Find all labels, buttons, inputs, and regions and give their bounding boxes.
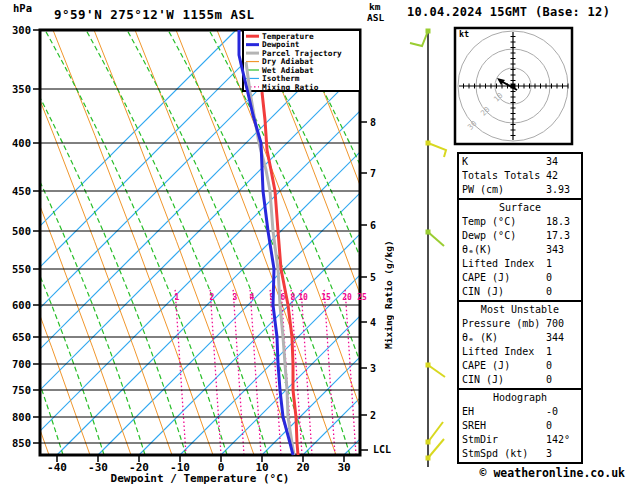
hodograph: 102030 — [455, 28, 572, 144]
indices-row-value: 3 — [546, 447, 578, 461]
wind-barb-node — [426, 230, 431, 235]
indices-row-value: 0 — [546, 359, 578, 373]
mixing-ratio-value-label: 4 — [250, 293, 255, 302]
indices-row: CAPE (J)0 — [462, 359, 578, 373]
indices-row-label: Lifted Index — [462, 257, 546, 271]
indices-row-label: CAPE (J) — [462, 271, 546, 285]
mixing-ratio-value-label: 8 — [291, 293, 296, 302]
indices-section-surface: SurfaceTemp (°C)18.3Dewp (°C)17.3θₑ(K)34… — [457, 198, 583, 302]
altitude-tick-label: 3 — [370, 363, 376, 374]
mixing-ratio-value-label: 25 — [357, 293, 367, 302]
isotherm-line — [0, 30, 277, 455]
wind-barb — [428, 365, 445, 377]
indices-row: Dewp (°C)17.3 — [462, 229, 578, 243]
indices-section-most-unstable: Most UnstablePressure (mb)700θₑ (K)344Li… — [457, 300, 583, 390]
indices-row-label: K — [462, 155, 546, 169]
indices-row-value: 0 — [546, 271, 578, 285]
indices-section-title: Most Unstable — [462, 303, 578, 317]
dry-adiabat-line — [12, 30, 172, 455]
dry-adiabat-line — [217, 30, 377, 455]
hodograph-unit-label: kt — [459, 29, 469, 39]
indices-row-value: 343 — [546, 243, 578, 257]
indices-row: EH-0 — [462, 405, 578, 419]
indices-section-title: Surface — [462, 201, 578, 215]
indices-row: Totals Totals42 — [462, 169, 578, 183]
skewt-sounding-page: 123456810152025TemperatureDewpointParcel… — [0, 0, 629, 486]
copyright-notice: © weatheronline.co.uk — [438, 466, 625, 480]
hodograph-origin-marker — [511, 84, 516, 89]
indices-row: Pressure (mb)700 — [462, 317, 578, 331]
indices-row: Lifted Index1 — [462, 345, 578, 359]
indices-row-label: CIN (J) — [462, 373, 546, 387]
mixing-ratio-axis-label: Mixing Ratio (g/kg) — [383, 227, 394, 349]
pressure-tick-label: 850 — [12, 437, 31, 449]
indices-row-value: 344 — [546, 331, 578, 345]
indices-row-value: 0 — [546, 285, 578, 299]
sounding-indices-table: K34Totals Totals42PW (cm)3.93SurfaceTemp… — [457, 154, 583, 464]
mixing-ratio-value-label: 1 — [175, 293, 180, 302]
indices-section-title: Hodograph — [462, 391, 578, 405]
mixing-ratio-line — [233, 288, 244, 455]
dry-adiabat-line — [176, 30, 336, 455]
indices-row: PW (cm)3.93 — [462, 183, 578, 197]
altitude-tick-label: 4 — [370, 317, 376, 328]
pressure-tick-label: 400 — [12, 137, 31, 149]
pressure-tick-label: 300 — [12, 24, 31, 36]
dry-adiabat-line — [299, 30, 459, 455]
mixing-ratio-value-label: 2 — [210, 293, 215, 302]
indices-row-value: -0 — [546, 405, 578, 419]
pressure-tick-label: 750 — [12, 384, 31, 396]
indices-row: StmSpd (kt)3 — [462, 447, 578, 461]
isotherm-line — [16, 30, 441, 455]
indices-row-label: SREH — [462, 419, 546, 433]
indices-row-label: CAPE (J) — [462, 359, 546, 373]
indices-row-label: PW (cm) — [462, 183, 546, 197]
mixing-ratio-value-label: 10 — [298, 293, 308, 302]
indices-row: SREH0 — [462, 419, 578, 433]
indices-row-label: θₑ(K) — [462, 243, 546, 257]
indices-row: StmDir142° — [462, 433, 578, 447]
indices-row-label: EH — [462, 405, 546, 419]
dry-adiabat-line — [0, 30, 8, 455]
indices-section: K34Totals Totals42PW (cm)3.93 — [457, 152, 583, 200]
dry-adiabat-line — [94, 30, 254, 455]
indices-row-value: 34 — [546, 155, 578, 169]
altitude-tick-label: 5 — [370, 272, 376, 283]
indices-row-value: 17.3 — [546, 229, 578, 243]
indices-row-value: 18.3 — [546, 215, 578, 229]
altitude-tick-label: 2 — [370, 410, 376, 421]
wind-barb-node — [426, 29, 431, 34]
wind-barb-node — [426, 141, 431, 146]
plot-border — [40, 30, 360, 455]
indices-row-label: Temp (°C) — [462, 215, 546, 229]
mixing-ratio-value-label: 3 — [233, 293, 238, 302]
wind-barb-node — [426, 363, 431, 368]
wind-barb — [428, 422, 443, 442]
pressure-axis-unit: hPa — [13, 2, 32, 14]
indices-row-value: 1 — [546, 257, 578, 271]
indices-row: CIN (J)0 — [462, 373, 578, 387]
isotherm-line — [0, 30, 400, 455]
pressure-tick-label: 700 — [12, 358, 31, 370]
indices-row-value: 3.93 — [546, 183, 578, 197]
x-axis-title: Dewpoint / Temperature (°C) — [60, 472, 340, 485]
wind-barb — [428, 143, 446, 157]
pressure-tick-label: 550 — [12, 263, 31, 275]
altitude-tick-label: 8 — [370, 117, 376, 128]
mixing-ratio-line — [345, 288, 356, 455]
indices-row-value: 42 — [546, 169, 578, 183]
lcl-label: LCL — [373, 444, 391, 455]
dry-adiabat-line — [258, 30, 418, 455]
altitude-axis-unit-asl: ASL — [367, 12, 384, 23]
mixing-ratio-line — [175, 288, 186, 455]
dry-adiabat-line — [53, 30, 213, 455]
indices-row-label: Pressure (mb) — [462, 317, 546, 331]
altitude-tick-label: 7 — [370, 168, 376, 179]
pressure-tick-label: 650 — [12, 331, 31, 343]
indices-row: θₑ (K)344 — [462, 331, 578, 345]
indices-row: K34 — [462, 155, 578, 169]
mixing-ratio-line — [210, 288, 221, 455]
indices-row: θₑ(K)343 — [462, 243, 578, 257]
altitude-tick-label: 6 — [370, 220, 376, 231]
indices-row-value: 0 — [546, 373, 578, 387]
